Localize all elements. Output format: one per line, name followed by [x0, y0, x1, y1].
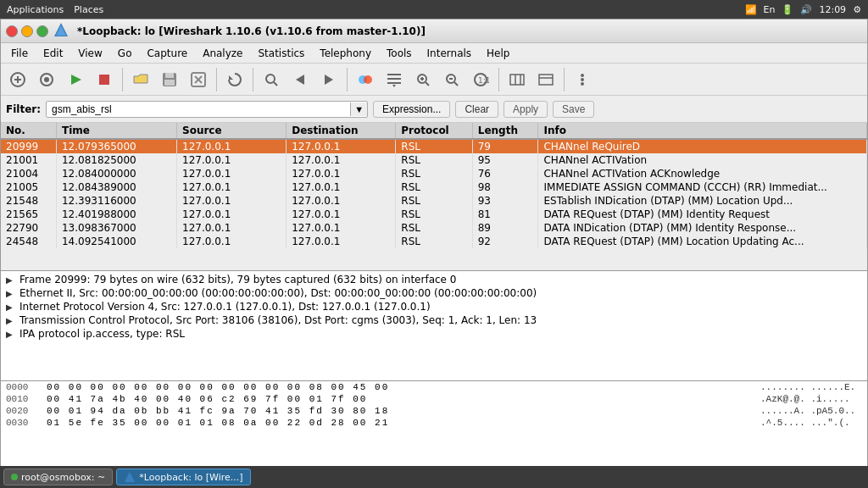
svg-rect-20: [387, 74, 401, 75]
toolbar-col-prefs-btn[interactable]: [532, 66, 559, 93]
table-row[interactable]: 2100412.084000000127.0.0.1127.0.0.1RSL76…: [1, 167, 867, 180]
detail-row[interactable]: ▶IPA protocol ip.access, type: RSL: [1, 327, 867, 341]
cell-no: 20999: [1, 139, 56, 153]
detail-row[interactable]: ▶Ethernet II, Src: 00:00:00_00:00:00 (00…: [1, 286, 867, 300]
hex-ascii: .^.5.... ...".(.: [760, 418, 862, 428]
save-button[interactable]: Save: [553, 101, 594, 118]
menu-capture[interactable]: Capture: [140, 46, 194, 61]
table-row[interactable]: 2454814.092541000127.0.0.1127.0.0.1RSL92…: [1, 235, 867, 248]
hex-bytes: 00 41 7a 4b 40 00 40 06 c2 69 7f 00 01 7…: [47, 394, 754, 404]
menu-edit[interactable]: Edit: [36, 46, 70, 61]
menu-analyze[interactable]: Analyze: [196, 46, 249, 61]
menu-bar: File Edit View Go Capture Analyze Statis…: [1, 43, 867, 64]
detail-row[interactable]: ▶Transmission Control Protocol, Src Port…: [1, 313, 867, 327]
close-button[interactable]: [6, 25, 18, 37]
expand-arrow-icon: ▶: [6, 316, 16, 325]
toolbar-close-btn[interactable]: [185, 66, 212, 93]
packet-list[interactable]: No. Time Source Destination Protocol Len…: [1, 123, 867, 271]
col-source[interactable]: Source: [177, 123, 287, 139]
table-row[interactable]: 2100512.084389000127.0.0.1127.0.0.1RSL98…: [1, 180, 867, 194]
system-bar-left: Applications Places: [7, 4, 735, 15]
detail-row[interactable]: ▶Internet Protocol Version 4, Src: 127.0…: [1, 300, 867, 313]
cell-time: 12.084000000: [56, 167, 176, 180]
toolbar-open-btn[interactable]: [127, 66, 154, 93]
col-length[interactable]: Length: [472, 123, 538, 139]
toolbar-save-btn[interactable]: [156, 66, 183, 93]
toolbar-zoom-in-btn[interactable]: [409, 66, 437, 93]
packet-detail: ▶Frame 20999: 79 bytes on wire (632 bits…: [1, 271, 867, 381]
toolbar-zoom-out-btn[interactable]: [438, 66, 465, 93]
cell-dst: 127.0.0.1: [287, 167, 396, 180]
toolbar-prev-btn[interactable]: [287, 66, 314, 93]
svg-point-14: [266, 75, 275, 83]
filter-dropdown-btn[interactable]: ▼: [350, 103, 367, 116]
toolbar-stop-btn[interactable]: [91, 66, 118, 93]
toolbar-start-btn[interactable]: [62, 66, 89, 93]
cell-proto: RSL: [396, 167, 472, 180]
system-bar-right: 📶 En 🔋 🔊 12:09 ⚙: [745, 4, 862, 15]
toolbar-sep-1: [122, 68, 123, 92]
toolbar-sep-6: [564, 68, 565, 92]
menu-tools[interactable]: Tools: [380, 46, 419, 61]
toolbar-reload-btn[interactable]: [221, 66, 248, 93]
col-no[interactable]: No.: [1, 123, 56, 139]
menu-file[interactable]: File: [4, 46, 35, 61]
toolbar-more-btn[interactable]: [569, 66, 596, 93]
toolbar-colorize-btn[interactable]: [352, 66, 379, 93]
toolbar-resize-cols-btn[interactable]: [504, 66, 531, 93]
detail-text: Transmission Control Protocol, Src Port:…: [19, 314, 537, 326]
toolbar-interfaces-btn[interactable]: [4, 66, 31, 93]
cell-info: ESTablish INDication (DTAP) (MM) Locatio…: [538, 194, 867, 208]
svg-marker-17: [325, 75, 333, 85]
cell-src: 127.0.0.1: [177, 194, 287, 208]
table-row[interactable]: 2100112.081825000127.0.0.1127.0.0.1RSL95…: [1, 153, 867, 167]
toolbar-options-btn[interactable]: [33, 66, 60, 93]
svg-rect-8: [165, 73, 174, 78]
clear-button[interactable]: Clear: [455, 101, 498, 118]
wireshark-window: *Loopback: lo [Wireshark 1.10.6 (v1.10.6…: [0, 19, 868, 466]
cell-src: 127.0.0.1: [177, 221, 287, 235]
filter-input[interactable]: [47, 102, 350, 117]
col-time[interactable]: Time: [56, 123, 176, 139]
system-bar: Applications Places 📶 En 🔋 🔊 12:09 ⚙: [0, 0, 868, 19]
cell-proto: RSL: [396, 194, 472, 208]
svg-rect-22: [387, 82, 401, 84]
menu-internals[interactable]: Internals: [420, 46, 479, 61]
cell-info: CHANnel ACTIVation: [538, 153, 867, 167]
col-protocol[interactable]: Protocol: [396, 123, 472, 139]
svg-point-39: [581, 78, 584, 81]
hex-ascii: .AzK@.@. .i.....: [760, 394, 862, 404]
cell-len: 89: [472, 221, 538, 235]
places-menu[interactable]: Places: [74, 4, 103, 15]
menu-telephony[interactable]: Telephony: [313, 46, 378, 61]
minimize-button[interactable]: [21, 25, 33, 37]
table-row[interactable]: 2099912.079365000127.0.0.1127.0.0.1RSL79…: [1, 139, 867, 153]
menu-help[interactable]: Help: [480, 46, 516, 61]
settings-icon[interactable]: ⚙: [853, 4, 861, 15]
detail-row[interactable]: ▶Frame 20999: 79 bytes on wire (632 bits…: [1, 273, 867, 286]
table-row[interactable]: 2154812.393116000127.0.0.1127.0.0.1RSL93…: [1, 194, 867, 208]
col-info[interactable]: Info: [538, 123, 867, 139]
cell-info: IMMEDIATE ASSIGN COMMAND (CCCH) (RR) Imm…: [538, 180, 867, 194]
taskbar-wireshark[interactable]: *Loopback: lo [Wire...]: [116, 469, 250, 485]
menu-view[interactable]: View: [71, 46, 108, 61]
taskbar-terminal[interactable]: root@osmobox: ~: [3, 469, 113, 485]
expression-button[interactable]: Expression...: [373, 101, 450, 118]
toolbar-next-btn[interactable]: [315, 66, 342, 93]
toolbar-autoscroll-btn[interactable]: [381, 66, 408, 93]
detail-text: Frame 20999: 79 bytes on wire (632 bits)…: [19, 274, 456, 286]
taskbar: root@osmobox: ~ *Loopback: lo [Wire...]: [0, 466, 868, 488]
col-destination[interactable]: Destination: [287, 123, 396, 139]
applications-menu[interactable]: Applications: [7, 4, 64, 15]
hex-row: 000000 00 00 00 00 00 00 00 00 00 00 00 …: [1, 381, 867, 393]
apply-button[interactable]: Apply: [504, 101, 548, 118]
hex-offset: 0020: [6, 406, 40, 416]
menu-statistics[interactable]: Statistics: [251, 46, 311, 61]
maximize-button[interactable]: [36, 25, 48, 37]
menu-go[interactable]: Go: [111, 46, 139, 61]
battery-icon: 🔋: [782, 4, 793, 15]
toolbar-find-btn[interactable]: [258, 66, 285, 93]
toolbar-normal-size-btn[interactable]: 1:1: [467, 66, 494, 93]
table-row[interactable]: 2156512.401988000127.0.0.1127.0.0.1RSL81…: [1, 208, 867, 221]
table-row[interactable]: 2279013.098367000127.0.0.1127.0.0.1RSL89…: [1, 221, 867, 235]
